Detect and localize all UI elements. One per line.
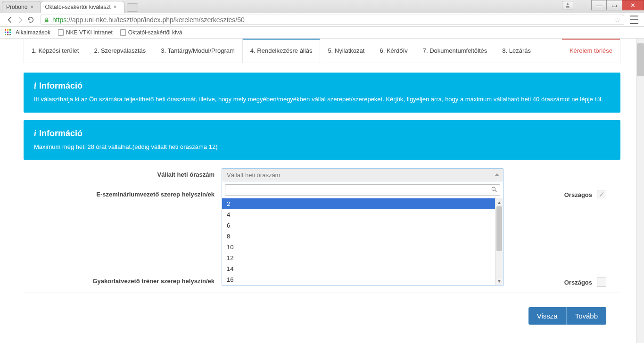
- dropdown-option[interactable]: 8: [222, 231, 495, 242]
- info-icon: i: [34, 81, 36, 90]
- page-scrollbar[interactable]: [636, 39, 644, 343]
- dropdown-list: 246810121416 ▲ ▼: [222, 198, 503, 285]
- dropdown-option[interactable]: 4: [222, 209, 495, 220]
- scroll-up-icon[interactable]: ▲: [495, 198, 503, 206]
- trainer-label: Gyakorlatvezető tréner szerep helyszín/e…: [24, 276, 222, 285]
- info-title: iInformáció: [34, 129, 610, 139]
- divider: [24, 293, 620, 293]
- close-icon[interactable]: ×: [30, 4, 37, 10]
- info-icon: i: [34, 129, 36, 138]
- search-icon: [491, 186, 497, 193]
- dropdown-option[interactable]: 14: [222, 263, 495, 274]
- wizard-steps: 1. Képzési terület2. Szerepválasztás3. T…: [24, 39, 620, 63]
- url-scheme: https: [52, 16, 66, 24]
- profile-icon[interactable]: [562, 1, 573, 9]
- apps-icon: [5, 29, 11, 36]
- info-title: iInformáció: [34, 81, 610, 91]
- info-box-2: iInformáció Maximum még heti 28 órát vál…: [24, 120, 620, 160]
- info-body: Maximum még heti 28 órát vállalhat.(eddi…: [34, 142, 610, 152]
- svg-point-2: [492, 187, 495, 190]
- lock-icon: [44, 16, 50, 23]
- address-bar[interactable]: https://app.uni-nke.hu/teszt/opr/index.p…: [41, 15, 624, 25]
- trainer-countrywide-group: Országos: [564, 276, 620, 287]
- hours-combo: Vállalt heti óraszám 246810121416: [222, 168, 504, 181]
- hours-select[interactable]: Vállalt heti óraszám: [222, 168, 504, 181]
- dropdown-option[interactable]: 6: [222, 220, 495, 231]
- form-area: Vállalt heti óraszám Vállalt heti óraszá…: [24, 160, 620, 325]
- page-content: 1. Képzési terület2. Szerepválasztás3. T…: [24, 39, 620, 343]
- url-path: ://app.uni-nke.hu/teszt/opr/index.php/ke…: [66, 16, 244, 24]
- next-button[interactable]: Tovább: [566, 307, 606, 325]
- file-icon: [58, 29, 64, 36]
- bookmark-item[interactable]: Oktatói-szakértői kivá: [120, 29, 182, 36]
- apps-label: Alkalmazások: [16, 29, 50, 36]
- dropdown-option[interactable]: 2: [222, 198, 495, 209]
- svg-line-3: [495, 190, 497, 192]
- wizard-delete-request[interactable]: Kérelem törlése: [562, 39, 620, 63]
- reload-icon[interactable]: [26, 16, 35, 24]
- countrywide-label: Országos: [564, 279, 592, 286]
- hamburger-menu-icon[interactable]: [630, 16, 638, 24]
- esem-countrywide-group: Országos: [564, 188, 620, 199]
- page-viewport: 1. Képzési terület2. Szerepválasztás3. T…: [0, 39, 644, 343]
- dropdown-scrollbar[interactable]: ▲ ▼: [495, 198, 503, 285]
- close-icon[interactable]: ×: [114, 4, 120, 10]
- hours-select-value: Vállalt heti óraszám: [227, 172, 280, 179]
- wizard-step-1[interactable]: 1. Képzési terület: [24, 39, 86, 63]
- file-icon: [120, 29, 126, 36]
- form-row-hours: Vállalt heti óraszám Vállalt heti óraszá…: [24, 168, 620, 181]
- browser-tab-active[interactable]: Oktatói-szakértői kiválaszt ×: [41, 1, 124, 13]
- maximize-button[interactable]: ▭: [607, 0, 622, 10]
- close-button[interactable]: ✕: [622, 0, 644, 10]
- wizard-step-2[interactable]: 2. Szerepválasztás: [86, 39, 153, 63]
- countrywide-checkbox[interactable]: [597, 190, 606, 199]
- back-icon[interactable]: [6, 16, 14, 24]
- back-button[interactable]: Vissza: [528, 307, 566, 325]
- apps-button[interactable]: Alkalmazások: [5, 29, 50, 36]
- browser-tabstrip: Probono × Oktatói-szakértői kiválaszt ×: [0, 0, 138, 13]
- bookmark-item[interactable]: NKE VTKI Intranet: [58, 29, 113, 36]
- svg-point-0: [567, 3, 569, 5]
- forward-icon[interactable]: [16, 16, 25, 24]
- hours-label: Vállalt heti óraszám: [24, 168, 222, 178]
- bookmark-star-icon[interactable]: ☆: [615, 16, 621, 24]
- bookmarks-bar: Alkalmazások NKE VTKI Intranet Oktatói-s…: [0, 27, 644, 39]
- info-body: Itt választhatja ki az Ön számára teljes…: [34, 95, 610, 104]
- dropdown-option[interactable]: 16: [222, 274, 495, 285]
- dropdown-option[interactable]: 12: [222, 253, 495, 263]
- chevron-up-icon: [495, 173, 499, 176]
- browser-toolbar: https://app.uni-nke.hu/teszt/opr/index.p…: [0, 13, 644, 27]
- info-box-1: iInformáció Itt választhatja ki az Ön sz…: [24, 73, 620, 113]
- window-controls: — ▭ ✕: [591, 0, 644, 10]
- form-buttons: Vissza Tovább: [24, 307, 620, 325]
- browser-tab-label: Probono: [6, 4, 27, 10]
- dropdown-search-input[interactable]: [225, 184, 500, 196]
- svg-rect-1: [45, 20, 49, 22]
- wizard-step-6[interactable]: 6. Kérdőív: [372, 39, 415, 63]
- minimize-button[interactable]: —: [591, 0, 607, 10]
- browser-tab-inactive[interactable]: Probono ×: [2, 1, 41, 13]
- bookmark-label: Oktatói-szakértői kivá: [128, 29, 182, 36]
- countrywide-checkbox[interactable]: [597, 278, 606, 287]
- browser-titlebar: Probono × Oktatói-szakértői kiválaszt × …: [0, 0, 644, 13]
- scroll-down-icon[interactable]: ▼: [495, 277, 503, 285]
- wizard-step-3[interactable]: 3. Tantárgy/Modul/Program: [153, 39, 242, 63]
- new-tab-button[interactable]: [127, 3, 138, 12]
- browser-tab-label: Oktatói-szakértői kiválaszt: [45, 4, 110, 10]
- dropdown-option[interactable]: 10: [222, 242, 495, 253]
- wizard-step-8[interactable]: 8. Lezárás: [495, 39, 538, 63]
- countrywide-label: Országos: [564, 191, 592, 198]
- wizard-step-7[interactable]: 7. Dokumentumfeltöltés: [415, 39, 495, 63]
- esem-label: E-szemináriumvezető szerep helyszín/ek: [24, 188, 222, 198]
- wizard-step-4[interactable]: 4. Rendelkezésre állás: [242, 39, 321, 63]
- hours-dropdown: 246810121416 ▲ ▼: [222, 181, 504, 286]
- dropdown-search-row: [222, 181, 503, 198]
- bookmark-label: NKE VTKI Intranet: [66, 29, 113, 36]
- wizard-step-5[interactable]: 5. Nyilatkozat: [320, 39, 372, 63]
